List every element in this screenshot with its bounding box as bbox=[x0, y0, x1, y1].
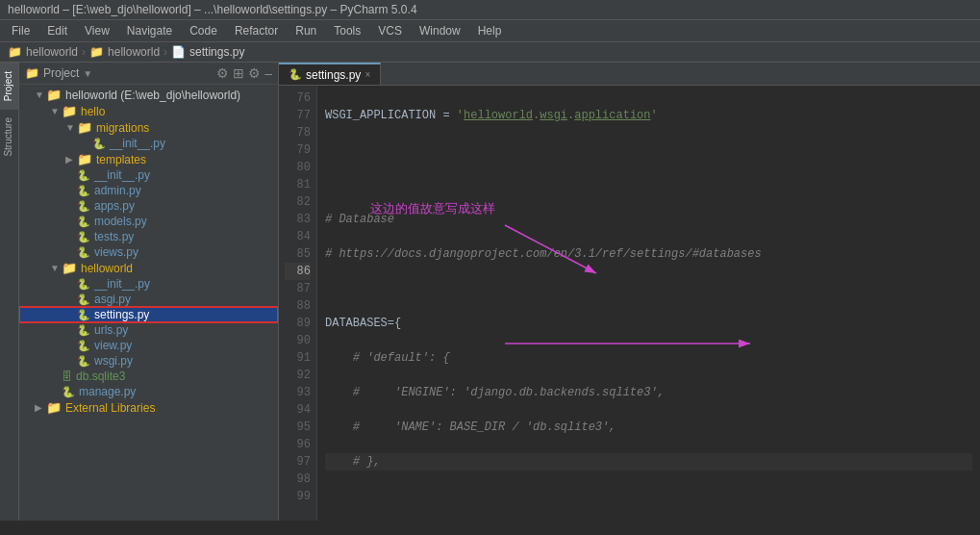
file-tree-content[interactable]: ▼ 📁 helloworld (E:\web_djo\helloworld) ▼… bbox=[19, 85, 278, 521]
editor-tab-settings[interactable]: 🐍 settings.py × bbox=[279, 63, 381, 85]
tree-label-templates: templates bbox=[96, 153, 146, 166]
breadcrumb-sep-2: › bbox=[163, 45, 167, 59]
minimize-icon[interactable]: – bbox=[264, 65, 272, 81]
tree-node-view[interactable]: ▶ 🐍 view.py bbox=[19, 338, 278, 353]
menu-help[interactable]: Help bbox=[470, 22, 510, 39]
config-icon[interactable]: ⚙ bbox=[248, 65, 261, 81]
tree-arrow-empty13: ▶ bbox=[65, 356, 77, 367]
py-icon-apps: 🐍 bbox=[77, 200, 90, 213]
py-icon-views: 🐍 bbox=[77, 246, 90, 259]
code-area[interactable]: 76 77 78 79 80 81 82 83 84 85 86 87 88 8… bbox=[279, 86, 980, 521]
tree-node-manage[interactable]: ▶ 🐍 manage.py bbox=[19, 384, 278, 399]
code-editor: 🐍 settings.py × 76 77 78 79 80 81 82 83 … bbox=[279, 63, 980, 521]
menu-tools[interactable]: Tools bbox=[326, 22, 368, 39]
tree-arrow-templates: ▶ bbox=[65, 154, 77, 165]
tree-node-db[interactable]: ▶ 🗄 db.sqlite3 bbox=[19, 369, 278, 384]
layout-icon[interactable]: ⊞ bbox=[233, 65, 244, 81]
tree-arrow-empty6: ▶ bbox=[65, 232, 77, 242]
py-icon-manage: 🐍 bbox=[62, 386, 75, 398]
code-line-84: # 'ENGINE': 'django.db.backends.sqlite3'… bbox=[325, 384, 972, 401]
folder-icon-templates: 📁 bbox=[77, 152, 92, 166]
tree-arrow-empty3: ▶ bbox=[65, 186, 77, 196]
tree-node-migrations[interactable]: ▼ 📁 migrations bbox=[19, 119, 278, 136]
menu-navigate[interactable]: Navigate bbox=[119, 22, 180, 39]
breadcrumb-icon-1: 📁 bbox=[8, 45, 22, 59]
tab-py-icon: 🐍 bbox=[289, 68, 302, 81]
py-icon-asgi: 🐍 bbox=[77, 293, 90, 306]
editor-tab-bar: 🐍 settings.py × bbox=[279, 63, 980, 86]
tree-node-views[interactable]: ▶ 🐍 views.py bbox=[19, 244, 278, 260]
line-numbers: 76 77 78 79 80 81 82 83 84 85 86 87 88 8… bbox=[279, 86, 317, 521]
tree-node-models[interactable]: ▶ 🐍 models.py bbox=[19, 214, 278, 229]
breadcrumb-item-1[interactable]: helloworld bbox=[26, 45, 78, 59]
tree-label-view: view.py bbox=[94, 339, 132, 352]
code-content[interactable]: WSGI_APPLICATION = 'helloworld.wsgi.appl… bbox=[317, 86, 980, 521]
menu-window[interactable]: Window bbox=[412, 22, 468, 39]
breadcrumb-sep-1: › bbox=[82, 45, 86, 59]
breadcrumb-item-3[interactable]: settings.py bbox=[189, 45, 244, 59]
py-icon-tests: 🐍 bbox=[77, 231, 90, 243]
tree-label-admin: admin.py bbox=[94, 184, 141, 197]
tab-close-icon[interactable]: × bbox=[364, 69, 370, 80]
tree-node-init-hw[interactable]: ▶ 🐍 __init__.py bbox=[19, 276, 278, 292]
file-tree-header: 📁 Project ▼ ⚙ ⊞ ⚙ – bbox=[19, 63, 278, 85]
side-tab-structure[interactable]: Structure bbox=[0, 109, 18, 165]
side-tab-project[interactable]: Project bbox=[0, 63, 18, 109]
py-icon-view: 🐍 bbox=[77, 340, 90, 352]
menu-view[interactable]: View bbox=[77, 22, 117, 39]
tree-arrow-empty7: ▶ bbox=[65, 247, 77, 258]
tree-header-icons: ⚙ ⊞ ⚙ – bbox=[216, 65, 272, 81]
tree-node-hello[interactable]: ▼ 📁 hello bbox=[19, 103, 278, 119]
tree-arrow-empty12: ▶ bbox=[65, 341, 77, 351]
tree-arrow-migrations: ▼ bbox=[65, 122, 77, 133]
file-tree-panel: 📁 Project ▼ ⚙ ⊞ ⚙ – ▼ 📁 helloworld (E:\w… bbox=[19, 63, 279, 521]
breadcrumb-icon-3: 📄 bbox=[171, 45, 186, 59]
tree-node-settings[interactable]: ▶ 🐍 settings.py bbox=[19, 307, 278, 322]
tree-arrow-empty5: ▶ bbox=[65, 217, 77, 227]
tree-arrow-empty11: ▶ bbox=[65, 325, 77, 336]
tree-node-wsgi[interactable]: ▶ 🐍 wsgi.py bbox=[19, 353, 278, 369]
tree-label-models: models.py bbox=[94, 215, 147, 228]
code-line-83: # 'default': { bbox=[325, 349, 972, 367]
tree-label-hello: hello bbox=[81, 105, 105, 118]
folder-icon-hello: 📁 bbox=[62, 104, 77, 118]
tree-arrow-root: ▼ bbox=[35, 89, 46, 100]
menu-refactor[interactable]: Refactor bbox=[227, 22, 286, 39]
tree-node-urls[interactable]: ▶ 🐍 urls.py bbox=[19, 322, 278, 338]
code-line-77 bbox=[325, 141, 972, 159]
tree-label-init-hw: __init__.py bbox=[94, 277, 150, 291]
code-line-79: # Database bbox=[325, 211, 972, 228]
side-tabs-panel: Project Structure bbox=[0, 63, 19, 521]
menu-file[interactable]: File bbox=[4, 22, 38, 39]
tree-label-init-mig: __init__.py bbox=[110, 137, 165, 150]
tree-node-root[interactable]: ▼ 📁 helloworld (E:\web_djo\helloworld) bbox=[19, 87, 278, 103]
tree-node-extlibs[interactable]: ▶ 📁 External Libraries bbox=[19, 399, 278, 416]
settings-icon[interactable]: ⚙ bbox=[216, 65, 229, 81]
menu-vcs[interactable]: VCS bbox=[370, 22, 410, 39]
tree-node-asgi[interactable]: ▶ 🐍 asgi.py bbox=[19, 292, 278, 307]
tree-label-views: views.py bbox=[94, 245, 138, 259]
menu-code[interactable]: Code bbox=[182, 22, 225, 39]
tree-node-apps[interactable]: ▶ 🐍 apps.py bbox=[19, 198, 278, 214]
menu-edit[interactable]: Edit bbox=[39, 22, 75, 39]
py-icon-init-mig: 🐍 bbox=[92, 138, 106, 150]
tree-label-wsgi: wsgi.py bbox=[94, 354, 133, 368]
menu-bar: File Edit View Navigate Code Refactor Ru… bbox=[0, 20, 980, 42]
tree-node-helloworld[interactable]: ▼ 📁 helloworld bbox=[19, 260, 278, 276]
code-line-85: # 'NAME': BASE_DIR / 'db.sqlite3', bbox=[325, 419, 972, 436]
breadcrumb-item-2[interactable]: helloworld bbox=[108, 45, 160, 59]
tree-node-admin[interactable]: ▶ 🐍 admin.py bbox=[19, 183, 278, 198]
tree-label-tests: tests.py bbox=[94, 230, 134, 243]
tree-arrow-empty4: ▶ bbox=[65, 201, 77, 212]
tree-label-extlibs: External Libraries bbox=[65, 401, 155, 415]
tree-arrow-empty10: ▶ bbox=[65, 310, 77, 320]
tree-node-init-migrations[interactable]: ▶ 🐍 __init__.py bbox=[19, 136, 278, 151]
tree-label-init-hello: __init__.py bbox=[94, 168, 150, 182]
menu-run[interactable]: Run bbox=[288, 22, 324, 39]
tree-arrow-hello: ▼ bbox=[50, 106, 62, 116]
tree-node-init-hello[interactable]: ▶ 🐍 __init__.py bbox=[19, 167, 278, 183]
tree-header-icon: 📁 bbox=[25, 66, 39, 80]
dropdown-icon[interactable]: ▼ bbox=[83, 68, 92, 79]
tree-node-templates[interactable]: ▶ 📁 templates bbox=[19, 151, 278, 167]
tree-node-tests[interactable]: ▶ 🐍 tests.py bbox=[19, 229, 278, 244]
